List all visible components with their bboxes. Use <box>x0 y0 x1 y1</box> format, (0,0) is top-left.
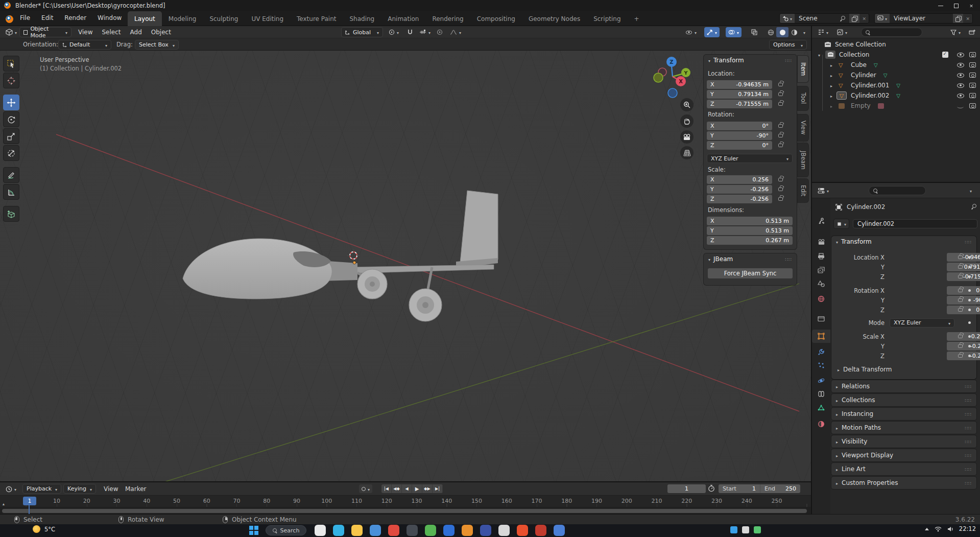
rotation-y-field[interactable]: Y-90° <box>707 131 772 140</box>
keying-dropdown[interactable]: Keying <box>63 484 96 494</box>
scale-x-field[interactable]: X0.256 <box>707 175 772 184</box>
object-id-dropdown[interactable] <box>833 219 849 229</box>
location-z-field[interactable]: Z-0.71555 m <box>707 100 772 108</box>
row-label[interactable]: Empty <box>851 102 871 109</box>
tab-compositing[interactable]: Compositing <box>470 11 522 26</box>
tab-modeling[interactable]: Modeling <box>162 11 203 26</box>
scale-tool[interactable] <box>3 128 19 144</box>
delete-view-layer-button[interactable] <box>963 14 972 23</box>
properties-search-input[interactable] <box>869 186 926 195</box>
tab-animation[interactable]: Animation <box>381 11 425 26</box>
lock-icon[interactable] <box>778 83 783 86</box>
section-viewport-display[interactable]: Viewport Display <box>831 449 976 461</box>
lock-icon[interactable] <box>778 124 783 128</box>
view-layer-selector[interactable]: ViewLayer <box>874 13 973 24</box>
tab-scene-properties[interactable] <box>812 277 830 290</box>
section-line-art[interactable]: Line Art <box>831 463 976 475</box>
lock-icon[interactable] <box>958 255 963 259</box>
taskbar-app-icon[interactable] <box>425 525 436 536</box>
rotation-mode-dropdown[interactable]: XYZ Euler <box>890 318 954 328</box>
drag-handle-icon[interactable] <box>965 238 972 245</box>
ruler-frame-label[interactable]: 120 <box>381 498 392 504</box>
disable-render-icon[interactable] <box>969 73 976 78</box>
animate-dot[interactable] <box>968 266 971 268</box>
expand-arrow-icon[interactable] <box>830 61 832 68</box>
lock-icon[interactable] <box>778 134 783 137</box>
lock-icon[interactable] <box>778 102 783 106</box>
pin-icon[interactable] <box>840 15 845 21</box>
ruler-frame-label[interactable]: 200 <box>622 498 632 504</box>
disable-render-icon[interactable] <box>969 103 976 108</box>
tab-shading[interactable]: Shading <box>343 11 381 26</box>
tab-texture-paint[interactable]: Texture Paint <box>290 11 343 26</box>
ruler-frame-label[interactable]: 10 <box>53 498 60 504</box>
animate-dot[interactable] <box>968 309 971 311</box>
row-label[interactable]: Cylinder.001 <box>851 82 889 89</box>
taskbar-app-icon[interactable] <box>407 525 418 536</box>
location-y-field[interactable]: Y0.79134 m <box>707 90 772 99</box>
drag-handle-icon[interactable] <box>965 424 972 431</box>
start-frame-field[interactable]: Start1 <box>719 484 760 493</box>
taskbar-app-icon[interactable] <box>388 525 399 536</box>
lock-icon[interactable] <box>778 188 783 191</box>
tray-hidden-icons[interactable] <box>730 526 761 533</box>
editor-type-button[interactable] <box>3 27 19 37</box>
animate-dot[interactable] <box>968 321 971 324</box>
outliner-row-cylinder-002[interactable]: Cylinder.002 <box>812 90 980 101</box>
menu-select[interactable]: Select <box>98 28 124 37</box>
taskbar-app-icon[interactable] <box>480 525 491 536</box>
view-layer-icon[interactable] <box>875 14 890 23</box>
view-layer-name[interactable]: ViewLayer <box>894 15 925 22</box>
timeline-editor-type-button[interactable] <box>3 484 19 494</box>
lock-icon[interactable] <box>778 197 783 201</box>
drag-handle-icon[interactable] <box>965 479 972 486</box>
outliner-display-mode-dropdown[interactable] <box>834 27 850 37</box>
section-relations[interactable]: Relations <box>831 380 976 392</box>
disable-render-icon[interactable] <box>969 52 976 57</box>
section-custom-properties[interactable]: Custom Properties <box>831 477 976 489</box>
row-label[interactable]: Collection <box>839 51 869 58</box>
ruler-frame-label[interactable]: 180 <box>561 498 572 504</box>
mode-dropdown[interactable]: Object Mode <box>19 27 71 37</box>
annotate-tool[interactable] <box>3 167 19 183</box>
drag-handle-icon[interactable] <box>965 438 972 445</box>
volume-icon[interactable] <box>947 526 953 532</box>
disable-render-icon[interactable] <box>969 62 976 67</box>
ruler-frame-label[interactable]: 110 <box>351 498 362 504</box>
jump-to-start-button[interactable]: |◀ <box>381 484 392 493</box>
viewport-3d[interactable]: User Perspective (1) Collection | Cylind… <box>0 51 811 481</box>
scale-z-field[interactable]: Z-0.256 <box>707 195 772 203</box>
tab-rendering[interactable]: Rendering <box>425 11 470 26</box>
jump-to-end-button[interactable]: ▶| <box>433 484 443 493</box>
outliner-row-cylinder-001[interactable]: Cylinder.001 <box>812 80 980 90</box>
scene-name[interactable]: Scene <box>799 15 818 22</box>
rotation-mode-dropdown[interactable]: XYZ Euler <box>707 154 793 163</box>
menu-add[interactable]: Add <box>127 28 146 37</box>
use-preview-range-toggle[interactable] <box>708 484 715 492</box>
dimension-x-field[interactable]: X0.513 m <box>707 217 793 225</box>
disable-render-icon[interactable] <box>969 83 976 88</box>
ruler-frame-label[interactable]: 250 <box>772 498 782 504</box>
tab-constraint-properties[interactable] <box>812 387 830 401</box>
menu-file[interactable]: File <box>16 13 34 22</box>
lock-icon[interactable] <box>958 275 963 278</box>
section-motion-paths[interactable]: Motion Paths <box>831 422 976 434</box>
xray-toggle[interactable] <box>749 27 760 37</box>
end-frame-field[interactable]: End250 <box>760 484 800 493</box>
lock-icon[interactable] <box>958 354 963 358</box>
transform-tool[interactable] <box>3 145 19 161</box>
outliner-row-cube[interactable]: Cube <box>812 60 980 70</box>
tab-render-properties[interactable] <box>812 235 830 248</box>
transform-panel-header[interactable]: Transform <box>831 236 976 247</box>
ruler-frame-label[interactable]: 230 <box>711 498 722 504</box>
ruler-frame-label[interactable]: 50 <box>173 498 180 504</box>
scene-selector[interactable]: Scene <box>779 13 869 24</box>
play-button[interactable]: ▶ <box>412 484 422 493</box>
region-expand-arrow[interactable] <box>0 503 6 505</box>
weather-widget[interactable]: 5°C <box>33 525 55 533</box>
tab-object-properties[interactable] <box>812 330 830 343</box>
transform-orientation-dropdown[interactable]: Global <box>341 27 383 37</box>
pivot-point-dropdown[interactable] <box>386 27 401 37</box>
start-button[interactable] <box>249 526 259 535</box>
tray-chevron-icon[interactable] <box>925 528 929 530</box>
